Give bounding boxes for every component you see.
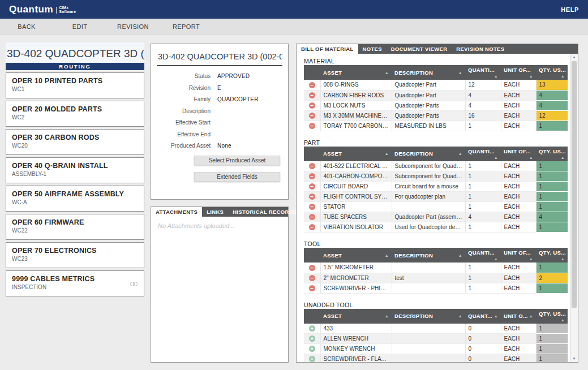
column-header-description[interactable]: DESCRIPTION▲ — [392, 248, 465, 263]
routing-operation-oper-70-electronics[interactable]: OPER 70 ELECTRONICSWC23 — [6, 242, 144, 268]
sort-arrow-icon[interactable]: ▲ — [385, 314, 389, 318]
sort-arrow-icon[interactable]: ▲ — [561, 257, 565, 261]
scrollbar-up-icon[interactable]: ▲ — [570, 54, 578, 61]
table-row[interactable]: −1.5" MICROMETER1EACH1 — [304, 263, 568, 273]
remove-row-icon[interactable]: − — [309, 173, 315, 179]
table-row[interactable]: −2" MICROMETERtest1EACH2 — [304, 273, 568, 283]
remove-row-icon[interactable]: − — [309, 204, 315, 210]
column-header-asset[interactable]: ASSET▲ — [320, 309, 392, 324]
column-header-description[interactable]: DESCRIPTION▲ — [392, 147, 465, 161]
add-row-icon[interactable]: + — [309, 325, 315, 332]
routing-operation-oper-20-molded-parts[interactable]: OPER 20 MOLDED PARTSWC2 — [6, 101, 144, 127]
tab-attachments[interactable]: ATTACHMENTS — [151, 207, 202, 217]
sort-arrow-icon[interactable]: ▲ — [561, 156, 565, 160]
remove-row-icon[interactable]: − — [309, 113, 315, 119]
remove-row-icon[interactable]: − — [309, 183, 315, 190]
table-row[interactable]: −401-CARBON-COMPONENTSubcomponent for Qu… — [304, 171, 568, 182]
column-header-quant[interactable]: QUANT...▲ — [465, 309, 501, 324]
column-header-description[interactable]: DESCRIPTION▲ — [392, 309, 465, 324]
routing-operation-9999-cables-metrics[interactable]: 9999 CABLES METRICSINSPECTION — [6, 270, 144, 296]
table-row[interactable]: −VIBRATION ISOLATORUsed for Quadcopter d… — [304, 222, 568, 233]
tab-bill-of-material[interactable]: BILL OF MATERIAL — [297, 44, 358, 54]
remove-row-icon[interactable]: − — [309, 275, 315, 281]
sort-arrow-icon[interactable]: ▲ — [458, 71, 462, 75]
remove-row-icon[interactable]: − — [309, 285, 315, 291]
table-row[interactable]: −TORAY T700 CARBON FIBERMEASURED IN LBS1… — [304, 121, 568, 131]
remove-row-icon[interactable]: − — [309, 102, 315, 109]
column-header-quanti[interactable]: QUANTI...▲ — [465, 65, 501, 80]
sort-arrow-icon[interactable]: ▲ — [458, 314, 462, 318]
remove-row-icon[interactable]: − — [309, 123, 315, 129]
menu-item-report[interactable]: REPORT — [160, 23, 213, 30]
table-row[interactable]: +SCREWDRIVER - FLATHEAD0EACH1 — [304, 354, 568, 363]
sort-arrow-icon[interactable]: ▲ — [494, 156, 498, 160]
remove-row-icon[interactable]: − — [309, 163, 315, 169]
sort-arrow-icon[interactable]: ▲ — [494, 74, 498, 78]
table-row[interactable]: −008 O-RINGSQuadcopter Part12EACH13 — [304, 80, 568, 90]
remove-row-icon[interactable]: − — [309, 265, 315, 271]
routing-operation-oper-60-firmware[interactable]: OPER 60 FIRMWAREWC22 — [6, 214, 144, 240]
scrollbar-down-icon[interactable]: ▼ — [570, 355, 578, 362]
menu-item-revision[interactable]: REVISION — [106, 23, 160, 30]
sort-arrow-icon[interactable]: ▲ — [529, 314, 533, 318]
routing-operation-oper-30-carbon-rods[interactable]: OPER 30 CARBON RODSWC20 — [6, 129, 144, 155]
menu-item-back[interactable]: BACK — [0, 23, 53, 30]
tab-historical-records[interactable]: HISTORICAL RECORDS — [228, 207, 301, 217]
sort-arrow-icon[interactable]: ▲ — [561, 74, 565, 78]
sort-arrow-icon[interactable]: ▲ — [529, 74, 533, 78]
scrollbar[interactable]: ▲ ▼ — [570, 54, 578, 362]
table-row[interactable]: −TUBE SPACERSQuadcopter Part (assembly)4… — [304, 212, 568, 222]
remove-row-icon[interactable]: − — [309, 92, 315, 98]
add-row-icon[interactable]: + — [309, 356, 315, 362]
sort-arrow-icon[interactable]: ▲ — [385, 71, 389, 75]
table-row[interactable]: −M3 LOCK NUTSQuadcopter Parts4EACH4 — [304, 100, 568, 110]
sort-arrow-icon[interactable]: ▲ — [385, 152, 389, 156]
routing-operation-oper-10-printed-parts[interactable]: OPER 10 PRINTED PARTSWC1 — [6, 72, 144, 98]
table-row[interactable]: −M3 X 30MM MACHINE SCR...Quadcopter Part… — [304, 110, 568, 121]
tab-document-viewer[interactable]: DOCUMENT VIEWER — [387, 44, 452, 54]
table-row[interactable]: −FLIGHT CONTROL SYSTEMFor quadcopter pla… — [304, 192, 568, 202]
table-row[interactable]: +4330EACH1 — [304, 324, 568, 334]
remove-row-icon[interactable]: − — [309, 82, 315, 88]
help-button[interactable]: HELP — [561, 6, 579, 13]
remove-row-icon[interactable]: − — [309, 224, 315, 230]
column-header-qty-us[interactable]: QTY. US...▲ — [536, 65, 568, 80]
tab-links[interactable]: LINKS — [202, 207, 228, 217]
sort-arrow-icon[interactable]: ▲ — [385, 253, 389, 257]
column-header-qty-us[interactable]: QTY. US...▲ — [536, 248, 568, 263]
column-header-description[interactable]: DESCRIPTION▲ — [392, 65, 465, 80]
sort-arrow-icon[interactable]: ▲ — [458, 253, 462, 257]
routing-operation-oper-50-airframe-assembly[interactable]: OPER 50 AIRFRAME ASSEMBLYWC-A — [6, 186, 144, 212]
column-header-quanti[interactable]: QUANTI...▲ — [465, 248, 501, 263]
table-row[interactable]: +ALLEN WRENCH0EACH1 — [304, 334, 568, 344]
routing-operation-oper-40-q-brain-install[interactable]: OPER 40 Q-BRAIN INSTALLASSEMBLY-1 — [6, 157, 144, 183]
sort-arrow-icon[interactable]: ▲ — [529, 257, 533, 261]
column-header-unit-o[interactable]: UNIT O...▲ — [501, 309, 536, 324]
column-header-qty-us[interactable]: QTY. US...▲ — [536, 147, 568, 161]
column-header-qty-us[interactable]: QTY. US...▲ — [536, 309, 568, 324]
table-row[interactable]: −STATOR1EACH1 — [304, 202, 568, 212]
table-row[interactable]: −CARBON FIBER RODSQuadcopter Part4EACH4 — [304, 90, 568, 100]
remove-row-icon[interactable]: − — [309, 214, 315, 220]
column-header-unit-of[interactable]: UNIT OF...▲ — [501, 248, 536, 263]
sort-arrow-icon[interactable]: ▲ — [494, 257, 498, 261]
column-header-unit-of[interactable]: UNIT OF...▲ — [501, 147, 536, 161]
table-row[interactable]: −CIRCUIT BOARDCircuit board for a mouse1… — [304, 182, 568, 192]
sort-arrow-icon[interactable]: ▲ — [529, 156, 533, 160]
sort-arrow-icon[interactable]: ▲ — [494, 314, 498, 318]
table-row[interactable]: −SCREWDRIVER - PHILLIPS1EACH1 — [304, 283, 568, 293]
add-row-icon[interactable]: + — [309, 335, 315, 342]
column-header-asset[interactable]: ASSET▲ — [320, 248, 392, 263]
sort-arrow-icon[interactable]: ▲ — [458, 152, 462, 156]
sort-arrow-icon[interactable]: ▲ — [561, 318, 565, 322]
tab-revision-notes[interactable]: REVISION NOTES — [452, 44, 509, 54]
add-row-icon[interactable]: + — [309, 346, 315, 352]
table-row[interactable]: −401-522 ELECTRICAL HAR...Subcomponent f… — [304, 161, 568, 171]
scrollbar-thumb[interactable] — [572, 61, 577, 308]
select-produced-asset-button[interactable]: Select Produced Asset — [194, 156, 280, 165]
menu-item-edit[interactable]: EDIT — [53, 23, 106, 30]
column-header-asset[interactable]: ASSET▲ — [320, 147, 392, 161]
table-row[interactable]: +MONKEY WRENCH0EACH1 — [304, 344, 568, 354]
column-header-unit-of[interactable]: UNIT OF...▲ — [501, 65, 536, 80]
remove-row-icon[interactable]: − — [309, 193, 315, 200]
